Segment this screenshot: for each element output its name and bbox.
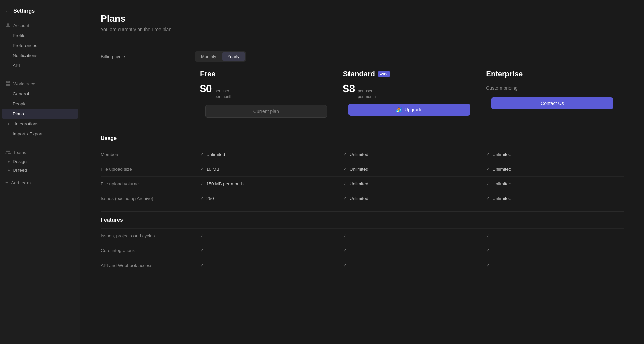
file-upload-size-standard: ✓ Unlimited [338,162,481,176]
check-icon: ✓ [200,248,204,253]
check-icon: ✓ [486,263,490,268]
feature-name-file-upload-volume: File upload volume [101,177,195,191]
sidebar-header: ← Settings [0,5,80,21]
contact-us-button[interactable]: Contact Us [491,97,613,109]
svg-point-0 [7,23,9,25]
check-icon: ✓ [343,181,347,186]
feature-row-issues-projects: Issues, projects and cycles ✓ ✓ ✓ [101,228,624,243]
file-upload-size-enterprise: ✓ Unlimited [481,162,624,176]
free-plan-price: $0 per user per month [200,82,332,100]
sidebar-item-import-export[interactable]: Import / Export [2,129,78,139]
sidebar-item-preferences[interactable]: Preferences [2,41,78,50]
workspace-section-header: Workspace [0,79,80,89]
svg-rect-1 [6,81,8,83]
feature-row-issues: Issues (excluding Archive) ✓ 250 ✓ Unlim… [101,191,624,206]
check-icon: ✓ [486,233,490,238]
feature-row-api-webhook: API and Webhook access ✓ ✓ ✓ [101,258,624,273]
api-label: API [13,63,20,68]
sidebar-item-profile[interactable]: Profile [2,31,78,40]
svg-point-6 [8,151,10,152]
plan-header-free: Free $0 per user per month Current plan [195,70,338,122]
sidebar-item-ui-feed[interactable]: ► Ui feed [2,166,78,174]
feature-name-file-upload-size: File upload size [101,162,195,176]
issues-standard: ✓ Unlimited [338,191,481,206]
usage-label: Usage [101,130,195,147]
members-free-value: ✓ Unlimited [195,147,338,162]
sidebar-item-plans[interactable]: Plans [2,109,78,119]
check-icon: ✓ [200,181,204,186]
divider-2 [5,145,75,145]
file-upload-volume-free: ✓ 150 MB per month [195,177,338,191]
feature-row-core-integrations: Core integrations ✓ ✓ ✓ [101,243,624,258]
check-icon: ✓ [343,263,347,268]
teams-section-header: Teams [0,148,80,157]
page-subtitle: You are currently on the Free plan. [101,27,624,32]
sidebar-item-general[interactable]: General [2,89,78,99]
sidebar-item-people[interactable]: People [2,99,78,109]
sidebar-item-integrations[interactable]: ► Integrations [2,119,78,129]
top-divider [101,43,624,43]
people-label: People [13,101,27,106]
account-label: Account [13,23,29,28]
workspace-label: Workspace [13,81,35,87]
check-icon: ✓ [343,233,347,238]
teams-icon [5,150,11,155]
settings-title: Settings [13,8,35,14]
sidebar-item-notifications[interactable]: Notifications [2,51,78,60]
core-integrations-enterprise: ✓ [481,243,624,258]
page-title: Plans [101,13,624,24]
features-section-header: Features [101,211,624,228]
design-arrow: ► [7,160,11,163]
divider-1 [5,76,75,76]
free-price-desc: per user per month [215,88,233,100]
core-integrations-standard: ✓ [338,243,481,258]
discount-badge: -20% [378,71,390,77]
feature-row-file-upload-volume: File upload volume ✓ 150 MB per month ✓ … [101,176,624,191]
feature-name-api-webhook: API and Webhook access [101,258,195,273]
feature-name-members: Members [101,147,195,162]
issues-free: ✓ 250 [195,191,338,206]
current-plan-button[interactable]: Current plan [205,105,327,118]
check-icon: ✓ [200,167,204,172]
back-icon[interactable]: ← [5,8,10,14]
api-webhook-standard: ✓ [338,258,481,273]
teams-label: Teams [13,150,26,155]
upgrade-button[interactable]: 🏄 Upgrade [348,104,470,116]
check-icon: ✓ [486,248,490,253]
account-section: Account Profile Preferences Notification… [0,21,80,71]
sidebar-item-api[interactable]: API [2,61,78,70]
issues-projects-free: ✓ [195,229,338,243]
issues-projects-standard: ✓ [338,229,481,243]
ui-feed-arrow: ► [7,168,11,172]
core-integrations-free: ✓ [195,243,338,258]
profile-label: Profile [13,33,25,38]
sidebar: ← Settings Account Profile Preferences N… [0,0,80,344]
usage-section-header: Usage [101,130,624,147]
check-icon: ✓ [200,152,204,157]
issues-projects-enterprise: ✓ [481,229,624,243]
workspace-section: Workspace General People Plans ► Integra… [0,79,80,139]
plans-label: Plans [13,111,24,116]
plan-header-standard: Standard -20% $8 per user per month 🏄 Up… [338,70,481,120]
add-icon: + [5,180,8,186]
svg-rect-4 [8,84,10,86]
members-enterprise-value: ✓ Unlimited [481,147,624,162]
feature-name-core-integrations: Core integrations [101,243,195,258]
account-icon [5,23,11,28]
api-webhook-enterprise: ✓ [481,258,624,273]
standard-plan-name: Standard -20% [343,70,476,78]
add-team-button[interactable]: + Add team [0,177,80,188]
preferences-label: Preferences [13,43,37,48]
monthly-btn[interactable]: Monthly [196,52,222,61]
feature-name-issues-projects: Issues, projects and cycles [101,229,195,243]
check-icon: ✓ [343,196,347,201]
check-icon: ✓ [486,152,490,157]
enterprise-plan-name: Enterprise [486,70,619,78]
sidebar-item-design[interactable]: ► Design [2,157,78,166]
yearly-btn[interactable]: Yearly [222,52,245,61]
check-icon: ✓ [343,167,347,172]
upgrade-icon: 🏄 [396,107,402,112]
issues-enterprise: ✓ Unlimited [481,191,624,206]
notifications-label: Notifications [13,53,38,58]
workspace-icon [5,81,11,87]
